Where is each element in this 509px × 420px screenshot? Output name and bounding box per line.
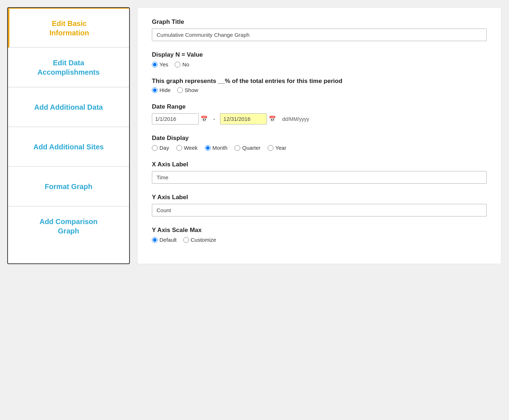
y-axis-customize-radio[interactable] (183, 237, 189, 243)
percent-radio-group: Hide Show (152, 87, 487, 93)
date-range-row: 📅 - 📅 dd/MM/yyyy (152, 113, 487, 124)
graph-title-label: Graph Title (152, 18, 487, 26)
date-to-input[interactable] (220, 113, 267, 124)
y-axis-scale-radio-group: Default Customize (152, 237, 487, 243)
date-display-month-option[interactable]: Month (205, 145, 228, 151)
sidebar-item-format-graph[interactable]: Format Graph (8, 167, 129, 206)
y-axis-default-radio[interactable] (152, 237, 158, 243)
date-from-input[interactable] (152, 113, 199, 124)
date-display-month-label: Month (212, 145, 228, 151)
date-display-week-label: Week (184, 145, 198, 151)
date-to-wrapper: 📅 (220, 113, 276, 124)
date-display-week-option[interactable]: Week (176, 145, 198, 151)
date-display-quarter-radio[interactable] (234, 145, 240, 151)
calendar-from-icon[interactable]: 📅 (200, 115, 208, 123)
date-display-year-option[interactable]: Year (268, 145, 286, 151)
graph-title-input[interactable] (152, 29, 487, 41)
sidebar-item-add-additional-sites[interactable]: Add Additional Sites (8, 127, 129, 167)
sidebar-item-edit-data-accomplishments[interactable]: Edit DataAccomplishments (8, 48, 129, 87)
y-axis-scale-group: Y Axis Scale Max Default Customize (152, 227, 487, 243)
y-axis-input[interactable] (152, 204, 487, 216)
y-axis-customize-label: Customize (191, 237, 216, 243)
date-separator: - (213, 116, 215, 122)
y-axis-customize-option[interactable]: Customize (183, 237, 216, 243)
display-n-no-radio[interactable] (175, 62, 180, 67)
y-axis-default-label: Default (159, 237, 177, 243)
date-range-group: Date Range 📅 - 📅 dd/MM/yyyy (152, 103, 487, 124)
display-n-label: Display N = Value (152, 51, 487, 58)
date-display-year-label: Year (275, 145, 286, 151)
date-display-radio-group: Day Week Month Quarter Year (152, 145, 487, 151)
sidebar: Edit BasicInformation Edit DataAccomplis… (7, 7, 130, 264)
sidebar-item-add-comparison-graph[interactable]: Add ComparisonGraph (8, 206, 129, 246)
display-n-no-option[interactable]: No (175, 61, 189, 67)
y-axis-default-option[interactable]: Default (152, 237, 177, 243)
display-n-yes-label: Yes (159, 61, 168, 67)
date-display-label: Date Display (152, 135, 487, 142)
x-axis-input[interactable] (152, 171, 487, 184)
sidebar-item-label-add-comparison-graph: Add ComparisonGraph (39, 217, 97, 236)
display-n-yes-radio[interactable] (152, 62, 158, 67)
date-display-month-radio[interactable] (205, 145, 211, 151)
date-display-day-option[interactable]: Day (152, 145, 169, 151)
content-area: Graph Title Display N = Value Yes No Thi… (137, 7, 501, 264)
date-from-wrapper: 📅 (152, 113, 208, 124)
graph-title-group: Graph Title (152, 18, 487, 41)
x-axis-label: X Axis Label (152, 161, 487, 168)
date-display-quarter-label: Quarter (242, 145, 260, 151)
percent-show-label: Show (185, 87, 198, 93)
percent-show-option[interactable]: Show (177, 87, 198, 93)
date-display-day-label: Day (159, 145, 169, 151)
sidebar-item-label-add-additional-data: Add Additional Data (34, 102, 103, 112)
date-display-quarter-option[interactable]: Quarter (234, 145, 260, 151)
percent-label: This graph represents __% of the total e… (152, 78, 487, 85)
date-display-week-radio[interactable] (176, 145, 182, 151)
sidebar-item-label-edit-basic-info: Edit BasicInformation (49, 19, 89, 38)
date-display-group: Date Display Day Week Month Quarter (152, 135, 487, 151)
sidebar-item-label-add-additional-sites: Add Additional Sites (34, 142, 104, 152)
sidebar-item-add-additional-data[interactable]: Add Additional Data (8, 87, 129, 127)
date-display-day-radio[interactable] (152, 145, 158, 151)
y-axis-group: Y Axis Label (152, 194, 487, 216)
display-n-radio-group: Yes No (152, 61, 487, 67)
sidebar-item-label-edit-data-accomplishments: Edit DataAccomplishments (38, 58, 100, 77)
calendar-to-icon[interactable]: 📅 (268, 115, 276, 123)
y-axis-scale-label: Y Axis Scale Max (152, 227, 487, 234)
date-range-label: Date Range (152, 103, 487, 110)
date-format-hint: dd/MM/yyyy (282, 116, 309, 122)
x-axis-group: X Axis Label (152, 161, 487, 184)
y-axis-label: Y Axis Label (152, 194, 487, 201)
date-display-year-radio[interactable] (268, 145, 273, 151)
percent-group: This graph represents __% of the total e… (152, 78, 487, 93)
display-n-no-label: No (182, 61, 189, 67)
display-n-group: Display N = Value Yes No (152, 51, 487, 67)
sidebar-item-edit-basic-info[interactable]: Edit BasicInformation (8, 8, 129, 48)
percent-hide-label: Hide (159, 87, 171, 93)
percent-hide-radio[interactable] (152, 87, 158, 93)
display-n-yes-option[interactable]: Yes (152, 61, 168, 67)
percent-hide-option[interactable]: Hide (152, 87, 171, 93)
sidebar-item-label-format-graph: Format Graph (45, 182, 92, 191)
main-container: Edit BasicInformation Edit DataAccomplis… (7, 7, 501, 264)
percent-show-radio[interactable] (177, 87, 183, 93)
